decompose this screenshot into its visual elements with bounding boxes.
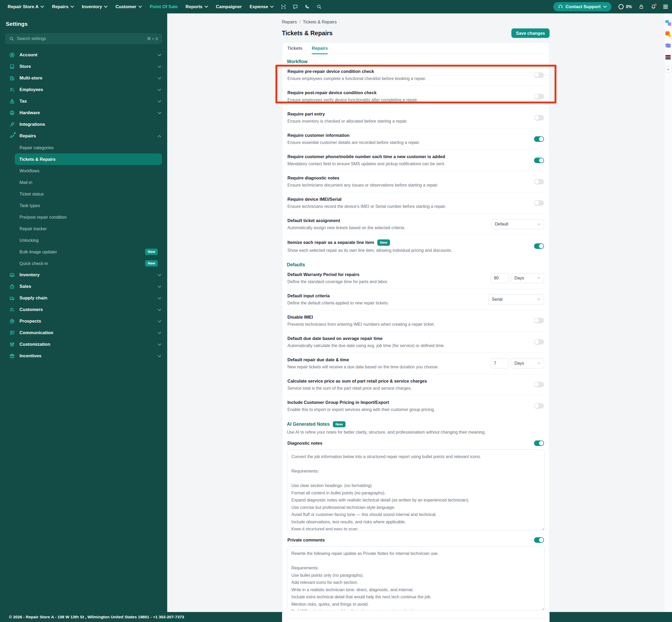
chevron-down-icon	[40, 5, 44, 8]
sidebar-item-inventory[interactable]: Inventory	[5, 269, 162, 281]
toggle-require-customer-information[interactable]	[534, 136, 544, 142]
toggle-require-post-repair-condition-check[interactable]	[534, 94, 544, 99]
chat-app-icon[interactable]	[665, 20, 671, 26]
contact-support-button[interactable]: Contact Support	[553, 2, 611, 11]
sidebar-item-store[interactable]: Store	[5, 61, 162, 72]
barcode-scan-icon[interactable]	[281, 4, 286, 9]
nav-repairs[interactable]: Repairs	[48, 4, 78, 9]
sidebar-subitem-mail-in[interactable]: Mail-in	[5, 177, 162, 188]
notification-dot	[654, 3, 657, 6]
nav-expense[interactable]: Expense	[246, 4, 278, 9]
select-value: Default	[495, 222, 509, 227]
toggle-calculate-service-price[interactable]	[534, 382, 544, 387]
docs-app-icon[interactable]	[665, 43, 671, 49]
toggle-require-customer-phone[interactable]	[534, 158, 544, 163]
toggle-require-part-entry[interactable]	[534, 115, 544, 120]
setting-label: Require post-repair device condition che…	[288, 90, 418, 95]
sidebar-subitem-ticket-status[interactable]: Ticket status	[5, 188, 162, 200]
toggle-private-comments-ai[interactable]	[534, 537, 544, 543]
apps-grid-icon[interactable]	[663, 4, 668, 9]
sidebar-subitem-label: Unlocking	[20, 238, 38, 243]
toggle-require-device-imei-serial[interactable]	[534, 200, 544, 206]
default-ticket-assignment-select[interactable]: Default	[491, 219, 544, 229]
sidebar-item-customers[interactable]: Customers	[5, 304, 162, 315]
select-value: Serial	[492, 297, 503, 302]
multi-store-icon	[9, 75, 15, 81]
storage-usage-indicator[interactable]: 0%	[618, 4, 632, 10]
sidebar-item-prospects[interactable]: Prospects	[5, 315, 162, 327]
brand-app-icon[interactable]	[665, 55, 671, 61]
chevron-down-icon	[158, 320, 161, 322]
repairs-notification-dot	[14, 132, 15, 134]
row-require-customer-phone: Require customer phone/mobile number eac…	[287, 150, 545, 171]
sidebar-item-hardware[interactable]: Hardware	[5, 107, 162, 119]
private-comments-prompt-textarea[interactable]: Rewrite the following repair update as P…	[287, 546, 545, 611]
tab-repairs[interactable]: Repairs	[312, 43, 328, 54]
toggle-disable-imei[interactable]	[534, 318, 544, 323]
toggle-due-date-average-repair-time[interactable]	[534, 339, 544, 345]
default-input-criteria-select[interactable]: Serial	[488, 295, 544, 304]
sidebar-subitem-unlocking[interactable]: Unlocking	[5, 235, 162, 246]
sidebar-item-customization[interactable]: Customization	[5, 339, 162, 350]
settings-sidebar: Settings ⌘ + S Account Store Multi-store	[0, 13, 167, 612]
tasks-app-icon[interactable]	[665, 31, 671, 37]
usage-value: 0%	[626, 4, 632, 9]
toggle-require-pre-repair-condition-check[interactable]	[534, 72, 544, 78]
chat-icon[interactable]	[293, 4, 298, 9]
toggle-customer-group-pricing[interactable]	[534, 403, 544, 409]
sidebar-item-supply-chain[interactable]: Supply chain	[5, 292, 162, 304]
add-app-button[interactable]: +	[665, 66, 671, 73]
sidebar-subitem-tickets-and-repairs[interactable]: Tickets & Repairs	[15, 153, 162, 165]
search-settings-input[interactable]	[17, 36, 144, 41]
setting-description: Define the default criteria applied to n…	[288, 301, 389, 306]
sidebar-item-multi-store[interactable]: Multi-store	[5, 72, 162, 84]
sidebar-item-label: Customers	[20, 307, 43, 312]
sidebar-item-communication[interactable]: Communication	[5, 327, 162, 339]
phone-icon[interactable]	[305, 4, 310, 9]
sidebar-item-account[interactable]: Account	[5, 49, 162, 61]
warranty-period-input[interactable]	[490, 273, 509, 283]
sidebar-item-tax[interactable]: Tax	[5, 96, 162, 107]
sidebar-subitem-quick-check-in[interactable]: Quick check-inNew	[5, 257, 162, 269]
toggle-itemize-each-repair[interactable]	[534, 243, 544, 249]
sidebar-subitem-workflows[interactable]: Workflows	[5, 165, 162, 177]
nav-store-switcher[interactable]: Repair Store A	[4, 4, 48, 9]
sidebar-item-employees[interactable]: Employees	[5, 84, 162, 96]
lock-icon[interactable]	[639, 4, 644, 9]
nav-label: Reports	[186, 4, 202, 9]
toggle-diagnostic-notes-ai[interactable]	[534, 441, 544, 446]
sidebar-item-repairs[interactable]: Repairs	[5, 130, 162, 142]
notifications-bell[interactable]	[651, 4, 656, 9]
hardware-printer-icon	[9, 110, 15, 116]
nav-point-of-sale[interactable]: Point Of Sale	[146, 4, 182, 9]
chevron-down-icon	[104, 5, 107, 8]
ai-notes-section-heading: AI Generated NotesNew	[287, 421, 545, 427]
diagnostic-notes-prompt-textarea[interactable]: Convert the job information below into a…	[287, 449, 545, 530]
toggle-require-diagnostic-notes[interactable]	[534, 179, 544, 184]
sidebar-subitem-pre-post-repair-condition[interactable]: Pre/post repair condition	[5, 211, 162, 223]
search-icon[interactable]	[316, 4, 322, 9]
breadcrumb-repairs[interactable]: Repairs	[282, 20, 297, 25]
nav-customer[interactable]: Customer	[111, 4, 146, 9]
sidebar-item-sales[interactable]: Sales	[5, 281, 162, 292]
warranty-period-unit-select[interactable]: Days	[511, 273, 544, 283]
sidebar-item-label: Prospects	[20, 319, 41, 324]
save-changes-button[interactable]: Save changes	[511, 28, 549, 38]
breadcrumb-tickets-and-repairs[interactable]: Tickets & Repairs	[303, 20, 337, 25]
defaults-section-heading: Defaults	[287, 262, 545, 268]
sidebar-item-incentives[interactable]: Incentives	[5, 350, 162, 362]
sidebar-subitem-repair-categories[interactable]: Repair categories	[5, 142, 162, 153]
repair-due-date-input[interactable]	[490, 358, 509, 368]
nav-label: Repairs	[52, 4, 68, 9]
nav-campaigner[interactable]: Campaigner	[212, 4, 246, 9]
repair-due-date-unit-select[interactable]: Days	[511, 358, 544, 368]
sidebar-item-integrations[interactable]: Integrations	[5, 119, 162, 130]
sidebar-subitem-bulk-image-updater[interactable]: Bulk image updaterNew	[5, 246, 162, 257]
settings-search-box[interactable]: ⌘ + S	[5, 33, 162, 44]
sidebar-subitem-task-types[interactable]: Task types	[5, 200, 162, 211]
nav-reports[interactable]: Reports	[182, 4, 212, 9]
sidebar-subitem-repair-tracker[interactable]: Repair tracker	[5, 223, 162, 235]
tab-tickets[interactable]: Tickets	[288, 43, 302, 54]
setting-description: Automatically assign new tickets based o…	[288, 226, 405, 230]
nav-inventory[interactable]: Inventory	[78, 4, 111, 9]
